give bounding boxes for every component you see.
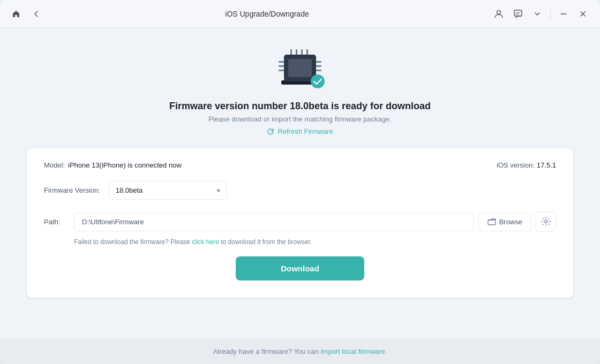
ios-label: iOS version: bbox=[497, 161, 535, 169]
svg-rect-7 bbox=[279, 65, 284, 67]
path-input-group: Browse bbox=[74, 211, 556, 232]
error-hint-suffix: to download it from the browser. bbox=[221, 238, 312, 246]
hero-subtitle: Please download or import the matching f… bbox=[208, 115, 392, 123]
ios-value: 17.5.1 bbox=[537, 161, 556, 169]
model-label: Model: bbox=[44, 161, 65, 169]
close-button[interactable] bbox=[574, 5, 591, 22]
path-input[interactable] bbox=[74, 213, 474, 231]
error-hint-prefix: Failed to download the firmware? Please bbox=[74, 238, 190, 246]
download-button[interactable]: Download bbox=[236, 256, 364, 280]
hero-section: Firmware version number 18.0beta is read… bbox=[169, 44, 431, 135]
firmware-version-label: Firmware Version: bbox=[44, 186, 100, 194]
svg-rect-11 bbox=[316, 70, 321, 71]
titlebar-divider bbox=[550, 9, 551, 19]
error-hint: Failed to download the firmware? Please … bbox=[74, 238, 556, 246]
device-icon bbox=[268, 44, 332, 92]
firmware-version-select[interactable]: 18.0beta 17.5.1 17.5 17.4.1 bbox=[109, 181, 227, 200]
back-icon[interactable] bbox=[29, 6, 44, 21]
import-local-firmware-link[interactable]: import local firmware bbox=[321, 347, 385, 355]
minimize-button[interactable] bbox=[555, 5, 572, 22]
info-card: Model: iPhone 13(iPhone) is connected no… bbox=[27, 148, 573, 298]
svg-rect-18 bbox=[488, 220, 496, 225]
ios-version-group: iOS version: 17.5.1 bbox=[497, 161, 556, 169]
firmware-version-row: Firmware Version: 18.0beta 17.5.1 17.5 1… bbox=[44, 181, 556, 200]
refresh-firmware-link[interactable]: Refresh Firmware bbox=[267, 127, 333, 135]
titlebar: iOS Upgrade/Downgrade bbox=[0, 0, 600, 28]
hero-title: Firmware version number 18.0beta is read… bbox=[169, 101, 431, 112]
svg-rect-8 bbox=[279, 70, 284, 71]
footer: Already have a firmware? You can import … bbox=[0, 338, 600, 364]
path-row: Path: Browse bbox=[44, 211, 556, 232]
footer-text-prefix: Already have a firmware? You can bbox=[213, 347, 319, 355]
click-here-link[interactable]: click here bbox=[192, 238, 219, 246]
window-title: iOS Upgrade/Downgrade bbox=[44, 10, 490, 18]
chat-button[interactable] bbox=[509, 5, 527, 22]
browse-label: Browse bbox=[499, 218, 522, 226]
svg-rect-12 bbox=[290, 49, 292, 55]
path-label: Path: bbox=[44, 218, 65, 226]
svg-rect-6 bbox=[279, 61, 284, 63]
chevron-down-button[interactable] bbox=[529, 5, 546, 22]
main-window: iOS Upgrade/Downgrade bbox=[0, 0, 600, 364]
browse-button[interactable]: Browse bbox=[478, 213, 531, 231]
svg-rect-13 bbox=[296, 49, 297, 55]
user-account-button[interactable] bbox=[490, 5, 507, 22]
svg-point-19 bbox=[545, 221, 548, 223]
svg-rect-9 bbox=[316, 61, 321, 63]
model-ios-row: Model: iPhone 13(iPhone) is connected no… bbox=[44, 161, 556, 169]
svg-rect-5 bbox=[288, 59, 312, 77]
main-content: Firmware version number 18.0beta is read… bbox=[0, 28, 600, 338]
model-value: iPhone 13(iPhone) is connected now bbox=[68, 161, 182, 169]
settings-button[interactable] bbox=[536, 211, 556, 232]
refresh-firmware-label: Refresh Firmware bbox=[278, 127, 333, 135]
firmware-select-wrapper: 18.0beta 17.5.1 17.5 17.4.1 ▾ bbox=[109, 181, 227, 200]
home-icon[interactable] bbox=[9, 6, 24, 21]
svg-rect-10 bbox=[316, 65, 321, 67]
svg-point-0 bbox=[497, 10, 501, 14]
svg-rect-15 bbox=[306, 49, 308, 55]
footer-text-suffix: . bbox=[385, 347, 387, 355]
svg-rect-14 bbox=[301, 49, 303, 55]
